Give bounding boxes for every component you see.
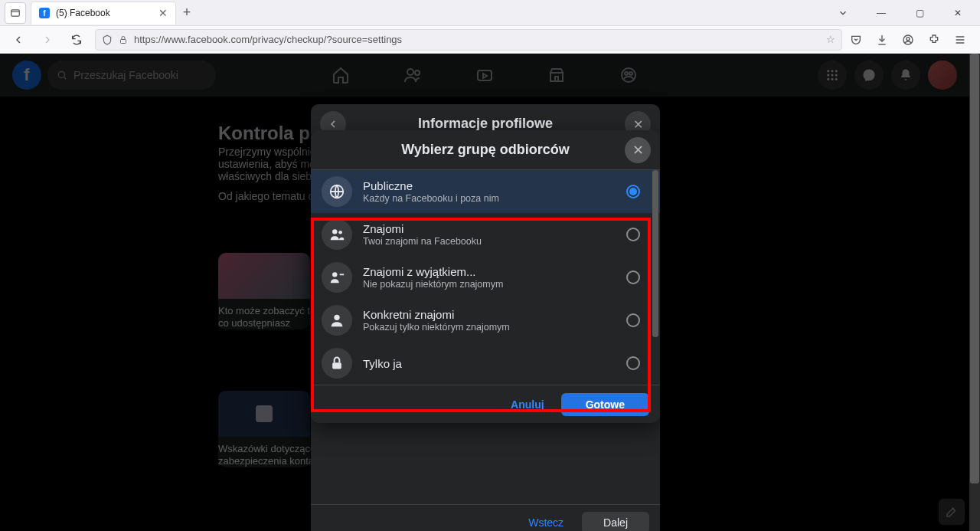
audience-option-friends-except[interactable]: Znajomi z wyjątkiem... Nie pokazuj niekt… <box>311 256 660 299</box>
audience-option-only-me[interactable]: Tylko ja <box>311 342 660 385</box>
close-window-button[interactable]: ✕ <box>946 2 969 25</box>
facebook-favicon: f <box>39 8 50 18</box>
downloads-icon[interactable] <box>876 34 891 46</box>
svg-point-5 <box>407 69 413 75</box>
audience-dialog-close-button[interactable]: ✕ <box>625 137 651 163</box>
extensions-icon[interactable] <box>928 34 943 46</box>
audience-dialog-title: Wybierz grupę odbiorców <box>401 142 570 158</box>
svg-rect-25 <box>332 362 341 369</box>
svg-point-18 <box>831 78 834 80</box>
radio-unselected[interactable] <box>626 270 640 284</box>
option-sub: Nie pokazuj niektórym znajomym <box>363 279 616 290</box>
option-sub: Pokazuj tylko niektórym znajomym <box>363 322 616 333</box>
recent-tabs-button[interactable] <box>5 2 26 24</box>
marketplace-icon[interactable] <box>547 66 566 84</box>
browser-toolbar: https://www.facebook.com/privacy/checkup… <box>0 26 980 54</box>
account-avatar[interactable] <box>928 61 957 90</box>
maximize-button[interactable]: ▢ <box>908 2 931 25</box>
radio-unselected[interactable] <box>626 313 640 327</box>
cancel-button[interactable]: Anuluj <box>501 393 554 416</box>
svg-point-14 <box>827 74 829 77</box>
browser-titlebar: f (5) Facebook ✕ + — ▢ ✕ <box>0 0 980 26</box>
facebook-header: f Przeszukaj Facebooki <box>0 54 969 97</box>
profile-info-title: Informacje profilowe <box>418 116 553 132</box>
done-button[interactable]: Gotowe <box>561 393 649 416</box>
new-tab-button[interactable]: + <box>176 2 198 24</box>
tabs-dropdown-button[interactable] <box>831 2 854 25</box>
svg-point-9 <box>625 72 628 75</box>
svg-point-24 <box>334 315 339 320</box>
page-content: f Przeszukaj Facebooki Kontrola prywatno… <box>0 54 980 531</box>
globe-icon <box>322 176 352 207</box>
edit-button[interactable] <box>939 499 965 525</box>
radio-unselected[interactable] <box>626 356 640 370</box>
radio-unselected[interactable] <box>626 228 640 241</box>
radio-selected[interactable] <box>626 185 640 198</box>
tab-title: (5) Facebook <box>56 8 110 18</box>
friends-except-icon <box>322 262 352 293</box>
svg-point-11 <box>827 70 829 72</box>
option-title: Znajomi z wyjątkiem... <box>363 265 616 278</box>
svg-rect-0 <box>11 9 20 15</box>
facebook-search[interactable]: Przeszukaj Facebooki <box>47 61 216 90</box>
home-icon[interactable] <box>332 66 350 84</box>
svg-point-8 <box>622 68 635 82</box>
svg-point-6 <box>415 70 420 75</box>
svg-point-17 <box>827 78 829 80</box>
svg-point-13 <box>835 70 838 72</box>
svg-rect-7 <box>478 70 492 80</box>
option-sub: Każdy na Facebooku i poza nim <box>363 193 616 204</box>
browser-tab[interactable]: f (5) Facebook ✕ <box>31 2 176 25</box>
svg-point-21 <box>332 229 337 234</box>
minimize-button[interactable]: — <box>870 2 893 25</box>
messenger-icon[interactable] <box>854 61 884 90</box>
url-bar[interactable]: https://www.facebook.com/privacy/checkup… <box>95 29 842 51</box>
friends-icon[interactable] <box>403 66 422 84</box>
shield-icon[interactable] <box>102 34 113 45</box>
menu-grid-icon[interactable] <box>818 61 847 90</box>
lock-icon[interactable] <box>119 35 128 44</box>
tab-close-button[interactable]: ✕ <box>158 7 168 19</box>
reload-button[interactable] <box>66 29 87 51</box>
dialog-scrollbar[interactable] <box>652 170 658 385</box>
forward-button[interactable] <box>37 29 58 51</box>
svg-point-23 <box>332 272 337 277</box>
option-title: Konkretni znajomi <box>363 308 616 321</box>
audience-option-friends[interactable]: Znajomi Twoi znajomi na Facebooku <box>311 213 660 256</box>
facebook-logo[interactable]: f <box>12 61 41 90</box>
option-sub: Twoi znajomi na Facebooku <box>363 236 616 247</box>
svg-rect-1 <box>121 39 126 43</box>
bookmark-star-icon[interactable]: ☆ <box>826 34 835 45</box>
audience-selector-dialog: Wybierz grupę odbiorców ✕ Publiczne Każd… <box>311 130 660 423</box>
back-button[interactable] <box>8 29 29 51</box>
watch-icon[interactable] <box>475 66 494 84</box>
svg-point-16 <box>835 74 838 77</box>
next-button[interactable]: Dalej <box>582 512 649 532</box>
svg-point-12 <box>831 70 834 72</box>
friends-icon <box>322 219 352 250</box>
svg-point-15 <box>831 74 834 77</box>
back-text-button[interactable]: Wstecz <box>519 512 573 532</box>
lock-icon <box>322 348 352 379</box>
option-title: Znajomi <box>363 222 616 235</box>
person-icon <box>322 305 352 336</box>
menu-icon[interactable] <box>954 34 969 46</box>
svg-point-4 <box>58 71 64 77</box>
groups-icon[interactable] <box>619 66 638 84</box>
option-title: Tylko ja <box>363 357 616 370</box>
svg-point-3 <box>906 37 910 40</box>
svg-point-10 <box>629 72 632 75</box>
account-icon[interactable] <box>902 34 917 46</box>
option-title: Publiczne <box>363 179 616 192</box>
svg-point-19 <box>835 78 838 80</box>
page-scrollbar[interactable] <box>969 54 980 531</box>
audience-options-list: Publiczne Każdy na Facebooku i poza nim … <box>311 170 660 385</box>
pocket-icon[interactable] <box>850 34 865 46</box>
audience-option-specific-friends[interactable]: Konkretni znajomi Pokazuj tylko niektóry… <box>311 299 660 342</box>
search-placeholder: Przeszukaj Facebooki <box>74 69 178 81</box>
audience-option-public[interactable]: Publiczne Każdy na Facebooku i poza nim <box>311 170 660 213</box>
notifications-icon[interactable] <box>891 61 920 90</box>
url-text: https://www.facebook.com/privacy/checkup… <box>134 34 402 45</box>
svg-point-22 <box>338 231 342 234</box>
search-icon <box>57 70 67 80</box>
